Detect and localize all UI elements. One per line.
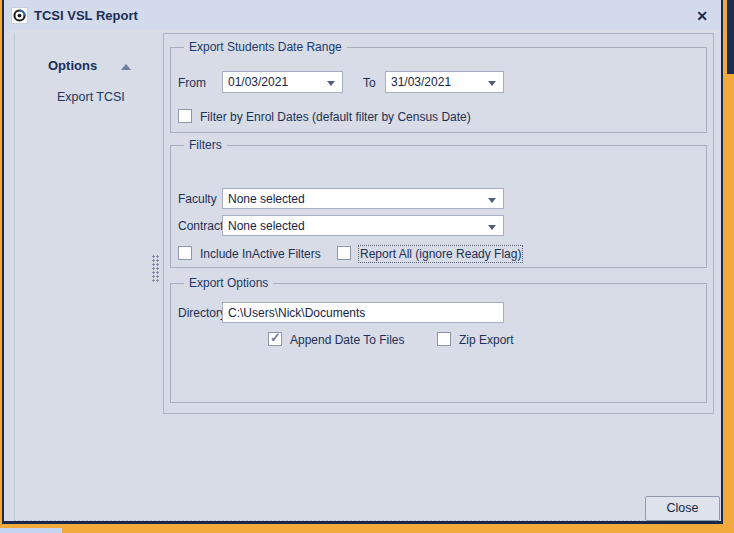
include-inactive-filters-label[interactable]: Include InActive Filters: [200, 247, 321, 261]
tcsi-vsl-report-dialog: TCSI VSL Report ✕ Options Export TCSI Ex…: [2, 0, 723, 524]
splitter-grip[interactable]: [152, 255, 160, 283]
background-window-edge-bottom-left: [0, 528, 62, 533]
to-date-dropdown[interactable]: 31/03/2021: [385, 71, 504, 93]
chevron-up-icon[interactable]: [121, 64, 131, 70]
faculty-value: None selected: [228, 192, 305, 206]
chevron-down-icon: [488, 225, 496, 230]
close-icon[interactable]: ✕: [693, 7, 711, 25]
group-title: Export Options: [184, 276, 273, 290]
append-date-to-files-label[interactable]: Append Date To Files: [290, 333, 405, 347]
append-date-to-files-checkbox[interactable]: ✓: [268, 332, 282, 346]
from-label: From: [178, 76, 206, 90]
chevron-down-icon: [327, 81, 335, 86]
to-date-value: 31/03/2021: [391, 75, 451, 89]
app-logo-icon: [11, 7, 28, 24]
contract-label: Contract: [178, 219, 223, 233]
chevron-down-icon: [488, 198, 496, 203]
layout-divider-footer: [14, 520, 714, 521]
contract-value: None selected: [228, 219, 305, 233]
directory-input[interactable]: C:\Users\Nick\Documents: [222, 302, 504, 323]
faculty-label: Faculty: [178, 192, 217, 206]
layout-divider-left: [14, 33, 15, 520]
dialog-title: TCSI VSL Report: [34, 8, 138, 23]
group-title: Filters: [184, 138, 227, 152]
contract-dropdown[interactable]: None selected: [222, 215, 504, 236]
to-label: To: [363, 76, 376, 90]
background-window-edge-top-right: [727, 0, 734, 74]
title-bar: TCSI VSL Report ✕: [4, 0, 721, 30]
from-date-value: 01/03/2021: [228, 75, 288, 89]
from-date-dropdown[interactable]: 01/03/2021: [222, 71, 343, 93]
zip-export-checkbox[interactable]: ✓: [437, 332, 451, 346]
group-title: Export Students Date Range: [184, 40, 347, 54]
faculty-dropdown[interactable]: None selected: [222, 188, 504, 209]
close-button[interactable]: Close: [645, 496, 720, 521]
directory-label: Directory: [178, 306, 226, 320]
filter-by-enrol-dates-checkbox[interactable]: ✓: [178, 109, 192, 123]
check-icon: ✓: [270, 330, 281, 345]
sidebar-group-options[interactable]: Options: [48, 58, 97, 73]
filter-by-enrol-dates-label[interactable]: Filter by Enrol Dates (default filter by…: [200, 110, 471, 124]
report-all-checkbox[interactable]: ✓: [337, 246, 351, 260]
zip-export-label[interactable]: Zip Export: [459, 333, 514, 347]
chevron-down-icon: [488, 81, 496, 86]
sidebar-item-export-tcsi[interactable]: Export TCSI: [57, 90, 125, 104]
directory-value: C:\Users\Nick\Documents: [228, 306, 365, 320]
include-inactive-filters-checkbox[interactable]: ✓: [178, 246, 192, 260]
report-all-label[interactable]: Report All (ignore Ready Flag): [360, 247, 521, 261]
